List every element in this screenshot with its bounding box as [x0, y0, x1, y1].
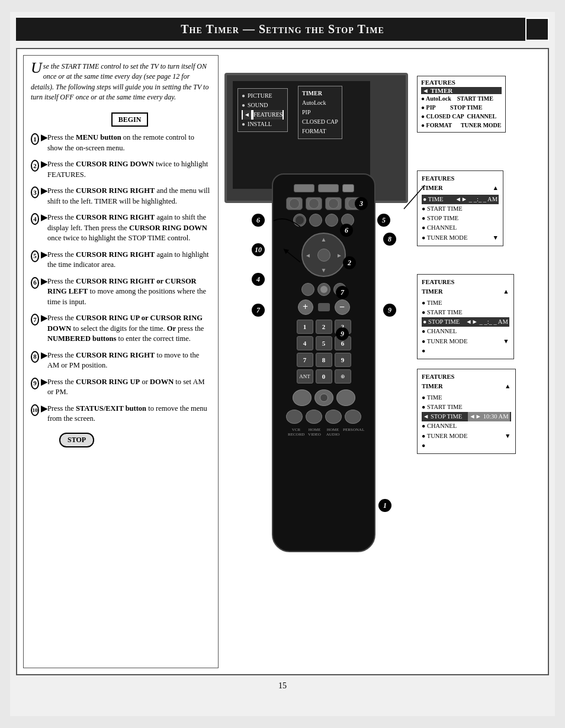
step-6: 6 ▶ Press the CURSOR RING RIGHT or CURSO…	[31, 276, 211, 308]
circle-2: 2	[31, 160, 39, 172]
step-num-2: 2 ▶	[31, 159, 47, 172]
step-num-6: 6 ▶	[31, 276, 47, 289]
page-number: 15	[16, 681, 549, 691]
step-content-10: Press the STATUS/EXIT button to remove t…	[47, 404, 211, 447]
callout-1: 1	[378, 499, 391, 512]
onscreen-menu-right: TIMER AutoLock PIP CLOSED CAP FORMAT	[298, 86, 342, 139]
step-content-5: Press the CURSOR RING RIGHT again to hig…	[47, 250, 211, 270]
circle-1: 1	[31, 133, 39, 145]
intro-body: se the START TIME control to set the TV …	[31, 62, 208, 101]
callout-2: 2	[343, 256, 356, 269]
features-label: FEATURES ◄TIMER ● AutoLock START TIME ● …	[417, 76, 506, 133]
callout-5: 5	[377, 214, 390, 227]
callout-3: 3	[355, 197, 368, 210]
step-num-3: 3 ▶	[31, 186, 47, 198]
step-content-9: Press the CURSOR RING UP or DOWN to set …	[47, 377, 211, 398]
step-8: 8 ▶ Press the CURSOR RING RIGHT to move …	[31, 350, 211, 371]
large-u-letter: U	[31, 62, 42, 75]
intro-text: U se the START TIME control to set the T…	[31, 62, 211, 103]
step-3: 3 ▶ Press the CURSOR RING RIGHT and the …	[31, 186, 211, 207]
step-content-4: Press the CURSOR RING RIGHT again to shi…	[47, 212, 211, 244]
onscreen-menu: ● PICTURE ● SOUND ◄ FEATURES ● INSTALL	[237, 88, 288, 132]
step-num-4: 4 ▶	[31, 212, 47, 225]
circle-6: 6	[31, 277, 39, 289]
circle-9: 9	[31, 378, 39, 389]
step-num-8: 8 ▶	[31, 350, 47, 363]
stop-badge: STOP	[59, 433, 94, 447]
step-4: 4 ▶ Press the CURSOR RING RIGHT again to…	[31, 212, 211, 244]
circle-10: 10	[31, 404, 39, 416]
callout-10: 10	[252, 243, 265, 256]
callout-6: 6	[252, 214, 265, 227]
circle-8: 8	[31, 351, 39, 363]
step-7: 7 ▶ Press the CURSOR RING UP or CURSOR R…	[31, 313, 211, 344]
remote-control: ▲ ▼ ◄ ► +	[272, 173, 375, 552]
corner-box	[525, 18, 549, 41]
left-panel: U se the START TIME control to set the T…	[23, 55, 219, 668]
callout-7b: 7	[336, 286, 349, 299]
step-num-9: 9 ▶	[31, 377, 47, 389]
illustration: ● PICTURE ● SOUND ◄ FEATURES ● INSTALL T…	[224, 55, 542, 668]
callout-8: 8	[383, 233, 396, 246]
step-1: 1 ▶ Press the MENU button on the remote …	[31, 133, 211, 153]
step-content-7: Press the CURSOR RING UP or CURSOR RING …	[47, 313, 211, 344]
circle-7: 7	[31, 314, 39, 326]
circle-4: 4	[31, 213, 39, 225]
page-container: The Timer — Setting the Stop Time U se t…	[10, 12, 555, 716]
cursor-ring[interactable]: ▲ ▼ ◄ ►	[301, 233, 346, 277]
step-content-8: Press the CURSOR RING RIGHT to move to t…	[47, 350, 211, 371]
main-content: U se the START TIME control to set the T…	[16, 48, 549, 675]
callout-9b: 9	[336, 327, 349, 340]
callout-6b: 6	[340, 224, 353, 237]
features-timer-menu-2: FEATURES TIMER ▲ ● TIME◄► _ _:_ _ AM ● S…	[417, 170, 503, 246]
step-num-7: 7 ▶	[31, 313, 47, 326]
step-content-6: Press the CURSOR RING RIGHT or CURSOR RI…	[47, 276, 211, 308]
title-bar: The Timer — Setting the Stop Time	[16, 18, 549, 41]
callout-9a: 9	[383, 304, 396, 317]
step-10: 10 ▶ Press the STATUS/EXIT button to rem…	[31, 404, 211, 447]
features-timer-menu-4: FEATURES TIMER ▲ ● TIME ● START TIME ◄ S…	[417, 369, 516, 454]
step-5: 5 ▶ Press the CURSOR RING RIGHT again to…	[31, 250, 211, 270]
circle-3: 3	[31, 186, 39, 198]
step-content-2: Press the CURSOR RING DOWN twice to high…	[47, 159, 211, 180]
right-panel: ● PICTURE ● SOUND ◄ FEATURES ● INSTALL T…	[224, 55, 542, 668]
tv-screen: ● PICTURE ● SOUND ◄ FEATURES ● INSTALL T…	[233, 81, 370, 189]
step-num-1: 1 ▶	[31, 133, 47, 145]
callout-4a: 4	[252, 273, 265, 286]
page-title: The Timer — Setting the Stop Time	[181, 22, 384, 36]
callout-7a: 7	[252, 304, 265, 317]
step-content-3: Press the CURSOR RING RIGHT and the menu…	[47, 186, 211, 207]
features-timer-menu-3: FEATURES TIMER ▲ ● TIME ● START TIME ● S…	[417, 274, 514, 359]
step-content-1: Press the MENU button on the remote cont…	[47, 133, 211, 153]
step-2: 2 ▶ Press the CURSOR RING DOWN twice to …	[31, 159, 211, 180]
step-num-10: 10 ▶	[31, 404, 47, 416]
step-num-5: 5 ▶	[31, 250, 47, 262]
begin-badge: BEGIN	[111, 112, 149, 127]
circle-5: 5	[31, 250, 39, 262]
step-9: 9 ▶ Press the CURSOR RING UP or DOWN to …	[31, 377, 211, 398]
